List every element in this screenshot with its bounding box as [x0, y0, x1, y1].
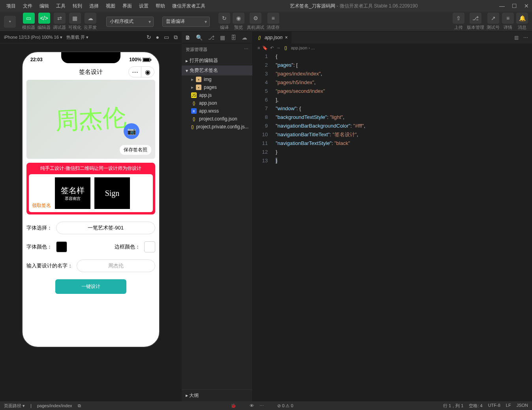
outline-section[interactable]: ▸ 大纲 [182, 389, 252, 401]
maximize-icon[interactable]: ☐ [512, 3, 517, 9]
design-button[interactable]: 一键设计 [55, 279, 126, 294]
menu-编辑[interactable]: 编辑 [36, 1, 52, 11]
problems-count[interactable]: ⊘ 0 ⚠ 0 [277, 403, 293, 408]
name-input[interactable]: 周杰伦 [77, 260, 155, 272]
save-signature-button[interactable]: 保存签名照 [120, 145, 151, 155]
target-icon[interactable]: ◉ [141, 67, 154, 77]
code-editor[interactable]: 12345678910111213 { "pages": [ "pages/in… [253, 52, 532, 401]
hot-reload-toggle[interactable]: 热重载 开 ▾ [66, 34, 88, 40]
signature-drawing: 周杰伦 [55, 102, 127, 137]
tree-img[interactable]: ▸▪img [182, 75, 252, 83]
phone-simulator: 22:03 100% 签名设计 ⋯◉ 周杰伦 📷 保存签名照 纯手工设计·微信扫… [22, 51, 160, 348]
menu-设置[interactable]: 设置 [136, 1, 152, 11]
cloud-icon[interactable]: ☁ [242, 34, 247, 41]
project-name: 艺术签名_刀客源码网 [290, 3, 335, 9]
sim-tool-icon[interactable]: ↻ [147, 34, 151, 41]
mode-select[interactable]: 小程序模式 [106, 17, 154, 27]
border-color-label: 边框颜色： [115, 243, 140, 250]
explorer-title: 资源管理器⋯ [182, 43, 252, 56]
menu-转到[interactable]: 转到 [70, 1, 85, 11]
status-空格: 4[interactable]: 空格: 4 [469, 403, 482, 409]
eye-icon[interactable]: 👁 [250, 403, 254, 408]
editor-tab-app-json[interactable]: {} app.json × [253, 32, 292, 43]
search-icon[interactable]: 🔍 [196, 34, 203, 41]
branch-icon[interactable]: ⎇ [208, 34, 214, 41]
sim-tool-icon[interactable]: ▭ [164, 34, 169, 41]
menu-项目[interactable]: 项目 [3, 1, 19, 11]
toolbar-模拟器[interactable]: ▭模拟器 [22, 13, 35, 30]
svg-rect-2 [150, 59, 151, 61]
status-行 1，列 1[interactable]: 行 1，列 1 [443, 403, 463, 409]
tree-project.config.json[interactable]: {}project.config.json [182, 115, 252, 123]
tree-project.private.config.js...[interactable]: {}project.private.config.js... [182, 123, 252, 131]
copy-icon[interactable]: ⧉ [78, 403, 81, 408]
device-select[interactable]: iPhone 12/13 (Pro) 100% 16 ▾ [4, 35, 62, 40]
menu-dots-icon[interactable]: ⋯ [129, 67, 141, 77]
menu-视图[interactable]: 视图 [103, 1, 118, 11]
action-消息[interactable]: 🔔消息 [516, 13, 528, 30]
toolbar-调试器[interactable]: ⇄调试器 [53, 13, 66, 30]
menu-选择[interactable]: 选择 [86, 1, 102, 11]
action-真机调试[interactable]: ⚙真机调试 [247, 13, 264, 30]
tree-pages[interactable]: ▸▪pages [182, 83, 252, 91]
status-JSON[interactable]: JSON [517, 403, 528, 409]
bookmark-icon[interactable]: 🔖 [262, 45, 268, 51]
action-清缓存[interactable]: ≡清缓存 [267, 13, 280, 30]
camera-icon[interactable]: 📷 [124, 123, 139, 139]
status-UTF-8[interactable]: UTF-8 [488, 403, 500, 409]
project-avatar[interactable]: ✦ [4, 16, 16, 28]
action-编译[interactable]: ↻编译 [218, 13, 230, 30]
border-color-swatch[interactable] [144, 241, 155, 252]
explorer-panel: 🗎 🔍 ⎇ ▦ 🗄 ☁ 资源管理器⋯ ▸ 打开的编辑器 ▾ 免费艺术签名 ▸▪i… [182, 32, 253, 401]
status-time: 22:03 [30, 57, 43, 62]
font-select[interactable]: 一笔艺术签-901 [56, 222, 155, 234]
svg-rect-1 [143, 58, 150, 61]
action-版本管理[interactable]: ⎇版本管理 [467, 13, 484, 30]
menu-帮助[interactable]: 帮助 [152, 1, 168, 11]
menu-文件[interactable]: 文件 [20, 1, 36, 11]
close-tab-icon[interactable]: × [285, 35, 288, 40]
ext-icon[interactable]: ▦ [220, 34, 225, 41]
menu-界面[interactable]: 界面 [119, 1, 135, 11]
toolbar-云开发[interactable]: ☁云开发 [84, 13, 97, 30]
action-预览[interactable]: ◉预览 [233, 13, 244, 30]
sim-tool-icon[interactable]: ● [156, 34, 159, 41]
tree-app.json[interactable]: {}app.json [182, 99, 252, 107]
toolbar-可视化[interactable]: ▦可视化 [68, 13, 81, 30]
menu-微信开发者工具[interactable]: 微信开发者工具 [169, 1, 209, 11]
page-path-value[interactable]: pages/index/index [37, 403, 72, 408]
capsule-button[interactable]: ⋯◉ [128, 66, 154, 77]
split-icon[interactable]: ▥ [514, 35, 519, 40]
minimize-icon[interactable]: — [499, 3, 505, 9]
navbar-title: 签名设计 [79, 68, 103, 76]
menu-工具[interactable]: 工具 [53, 1, 69, 11]
font-color-swatch[interactable] [56, 241, 67, 252]
explorer-icon[interactable]: 🗎 [185, 34, 190, 41]
status-LF[interactable]: LF [506, 403, 511, 409]
editor-tabs: {} app.json × ▥ ⋯ [253, 32, 532, 43]
bug-icon[interactable]: 🐞 [231, 403, 236, 408]
close-icon[interactable]: ✕ [524, 3, 529, 9]
activity-bar: 🗎 🔍 ⎇ ▦ 🗄 ☁ [182, 32, 252, 43]
json-icon: {} [257, 35, 262, 40]
sim-tool-icon[interactable]: ⧉ [174, 34, 178, 41]
db-icon[interactable]: 🗄 [231, 34, 236, 41]
more-icon[interactable]: ⋯ [244, 47, 248, 53]
window-controls: — ☐ ✕ [499, 3, 529, 9]
breadcrumb[interactable]: ≡ 🔖 ↶ → {} app.json › ... [253, 43, 532, 52]
toolbar-编辑器[interactable]: </>编辑器 [38, 13, 51, 30]
more-icon[interactable]: ⋯ [523, 35, 528, 40]
compile-select[interactable]: 普通编译 [162, 17, 210, 27]
undo-icon[interactable]: ↶ [270, 45, 274, 51]
opened-editors-section[interactable]: ▸ 打开的编辑器 [182, 56, 252, 66]
tree-app.js[interactable]: JSapp.js [182, 91, 252, 99]
action-测试号[interactable]: ↗测试号 [487, 13, 500, 30]
list-icon[interactable]: ≡ [258, 45, 260, 50]
tree-app.wxss[interactable]: ≡app.wxss [182, 107, 252, 115]
claim-link[interactable]: 领取签名 [32, 202, 51, 209]
action-上传[interactable]: ⇧上传 [453, 13, 464, 30]
project-section[interactable]: ▾ 免费艺术签名 [182, 66, 252, 75]
more-icon[interactable]: ⋯ [259, 403, 264, 408]
page-path-label[interactable]: 页面路径 ▾ [4, 403, 25, 409]
action-详情[interactable]: ≡详情 [502, 13, 514, 30]
